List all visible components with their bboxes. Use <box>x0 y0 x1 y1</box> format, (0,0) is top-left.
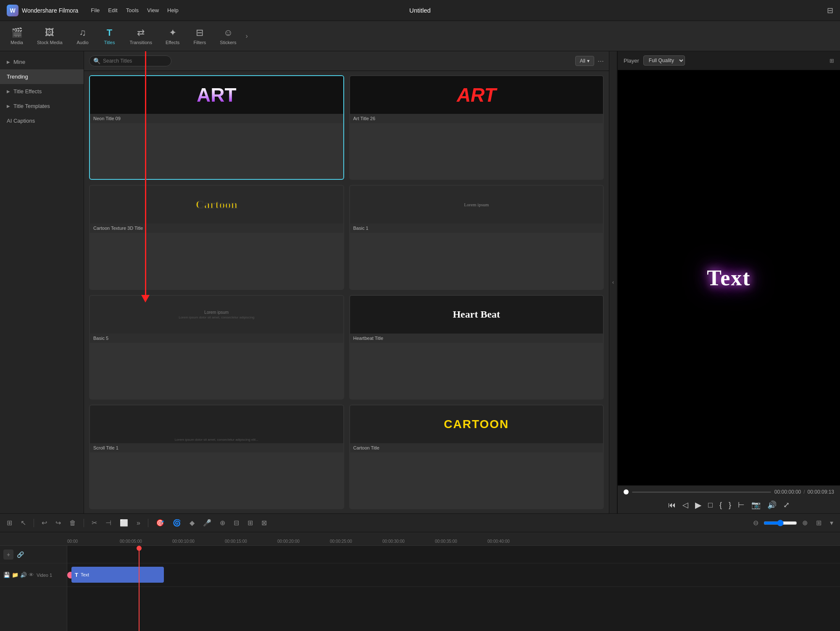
more-options-button[interactable]: ··· <box>598 57 604 66</box>
toolbar-filters[interactable]: ⊟ Filters <box>187 25 212 47</box>
link-tracks-button[interactable]: 🔗 <box>17 551 24 558</box>
tl-color-button[interactable]: 🌀 <box>170 517 184 528</box>
snapshot-button[interactable]: 📷 <box>751 500 761 510</box>
tl-sep-1 <box>34 519 34 527</box>
menu-help[interactable]: Help <box>167 7 179 13</box>
progress-handle[interactable] <box>624 489 629 494</box>
toolbar-stock-media[interactable]: 🖼 Stock Media <box>31 25 68 47</box>
title-templates-expand-icon: ▶ <box>7 104 10 108</box>
tl-fast-button[interactable]: » <box>134 518 143 528</box>
grid-item-basic-5[interactable]: Lorem ipsum Lorem ipsum dolor sit amet, … <box>89 295 344 400</box>
tl-caption-button[interactable]: ⊞ <box>245 517 255 528</box>
tl-delete-button[interactable]: 🗑 <box>67 518 79 528</box>
frame-back-button[interactable]: ◁ <box>682 500 688 510</box>
basic-5-preview: Lorem ipsum <box>204 310 229 315</box>
zoom-in-button[interactable]: ⊕ <box>800 517 810 528</box>
tl-speed-button[interactable]: 🎯 <box>153 517 167 528</box>
tl-redo-button[interactable]: ↪ <box>53 517 63 528</box>
zoom-slider[interactable] <box>764 520 797 526</box>
tl-snap-button[interactable]: ⊕ <box>217 517 228 528</box>
toolbar-more-chevron[interactable]: › <box>245 32 248 40</box>
toolbar-stickers[interactable]: ☺ Stickers <box>214 25 242 47</box>
controls-row: ⏮ ◁ ▶ □ { } ⊢ 📷 🔊 ⤢ <box>618 497 840 513</box>
toolbar-audio[interactable]: ♫ Audio <box>70 25 95 47</box>
sidebar-item-ai-captions[interactable]: AI Captions <box>0 113 84 128</box>
ruler-time-6: 00:00:30:00 <box>382 539 405 544</box>
tl-select-tool[interactable]: ⊞ <box>4 517 15 528</box>
ruler-marks: 00:00 00:00:05:00 00:00:10:00 00:00:15:0… <box>67 539 540 544</box>
timeline-toolbar: ⊞ ↖ ↩ ↪ 🗑 ✂ ⊣ ⬜ » 🎯 🌀 ◆ 🎤 ⊕ ⊟ ⊞ ⊠ ⊖ ⊕ <box>0 514 840 532</box>
menu-file[interactable]: File <box>91 7 100 13</box>
tl-cut-button[interactable]: ✂ <box>89 517 100 528</box>
mark-out-button[interactable]: } <box>729 501 731 510</box>
total-time: 00:00:09:13 <box>808 489 834 495</box>
toolbar-transitions[interactable]: ⇄ Transitions <box>124 25 158 47</box>
sidebar-item-title-templates[interactable]: ▶ Title Templates <box>0 99 84 113</box>
stop-button[interactable]: □ <box>708 501 713 510</box>
grid-item-art-title-26[interactable]: ART Art Title 26 <box>349 75 604 180</box>
zoom-out-button[interactable]: ⊖ <box>750 517 761 528</box>
heartbeat-preview: Heart Beat <box>453 309 500 320</box>
ruler-mark-6: 00:00:30:00 <box>382 539 435 544</box>
track-clip-text[interactable]: T Text <box>71 567 164 583</box>
grid-item-cartoon-texture[interactable]: Cartoon Cartoon Texture 3D Title <box>89 185 344 289</box>
volume-button[interactable]: 🔊 <box>767 500 777 510</box>
sidebar-item-title-effects[interactable]: ▶ Title Effects <box>0 84 84 99</box>
toolbar-titles[interactable]: T Titles <box>97 25 122 47</box>
toolbar-media[interactable]: 🎬 Media <box>4 25 29 47</box>
search-input[interactable] <box>89 55 171 66</box>
neon-title-thumb: ART <box>90 76 343 114</box>
tl-pointer-tool[interactable]: ↖ <box>18 517 29 528</box>
tl-more-button[interactable]: ▾ <box>827 517 836 528</box>
quality-select[interactable]: Full Quality 1/2 Quality 1/4 Quality <box>643 55 685 66</box>
minimize-icon[interactable]: ⊟ <box>827 6 833 15</box>
cartoon-yellow-preview: CARTOON <box>444 418 509 431</box>
tl-crop-button[interactable]: ⬜ <box>117 517 131 528</box>
menu-tools[interactable]: Tools <box>126 7 139 13</box>
track-folder-icon[interactable]: 📁 <box>12 572 18 578</box>
tl-keyframe-button[interactable]: ◆ <box>187 517 197 528</box>
sidebar-item-mine[interactable]: ▶ Mine <box>0 55 84 69</box>
tl-layout-button[interactable]: ⊞ <box>814 517 824 528</box>
neon-art-preview: ART <box>197 84 237 106</box>
play-button[interactable]: ▶ <box>695 500 701 510</box>
ruler-mark-7: 00:00:35:00 <box>435 539 487 544</box>
tl-trim-button[interactable]: ⊣ <box>103 517 114 528</box>
track-eye-icon[interactable]: 👁 <box>29 572 34 578</box>
split-button[interactable]: ⊢ <box>738 500 745 510</box>
tl-sep-3 <box>148 519 148 527</box>
filter-button[interactable]: All ▾ <box>575 56 594 66</box>
step-back-button[interactable]: ⏮ <box>668 501 676 510</box>
grid-item-basic-1[interactable]: Lorem ipsum Basic 1 <box>349 185 604 289</box>
time-display: 00:00:00:00 / 00:00:09:13 <box>774 489 834 495</box>
grid-item-scroll[interactable]: Lorem ipsum dolor sit amet, consectetur … <box>89 405 344 509</box>
track-save-icon[interactable]: 💾 <box>3 572 10 578</box>
player-expand-icon[interactable]: ⊞ <box>829 58 834 64</box>
collapse-icon: ‹ <box>612 279 614 285</box>
ruler-time-0: 00:00 <box>67 539 78 544</box>
sidebar-item-trending[interactable]: Trending <box>0 69 84 84</box>
tl-undo-button[interactable]: ↩ <box>39 517 50 528</box>
tl-multicam-button[interactable]: ⊠ <box>259 517 269 528</box>
playhead[interactable] <box>139 546 140 631</box>
top-right-controls: ⊟ <box>827 6 833 15</box>
menu-view[interactable]: View <box>147 7 159 13</box>
tl-mic-button[interactable]: 🎤 <box>200 517 214 528</box>
mine-expand-icon: ▶ <box>7 60 10 64</box>
grid-item-heartbeat[interactable]: Heart Beat Heartbeat Title <box>349 295 604 400</box>
grid-item-cartoon-yellow[interactable]: CARTOON Cartoon Title <box>349 405 604 509</box>
toolbar-effects[interactable]: ✦ Effects <box>160 25 185 47</box>
tl-magnet-button[interactable]: ⊟ <box>231 517 242 528</box>
add-track-button[interactable]: + <box>3 549 13 560</box>
menu-edit[interactable]: Edit <box>108 7 117 13</box>
timeline-tracks: + 🔗 💾 📁 🔊 👁 Video 1 <box>0 546 840 631</box>
art-title-label: Art Title 26 <box>350 114 603 123</box>
media-label: Media <box>11 40 23 45</box>
progress-track[interactable] <box>632 492 771 493</box>
fullscreen-button[interactable]: ⤢ <box>783 500 790 510</box>
track-headers: + 🔗 💾 📁 🔊 👁 Video 1 <box>0 546 67 631</box>
mark-in-button[interactable]: { <box>719 501 722 510</box>
track-audio-icon[interactable]: 🔊 <box>20 572 27 578</box>
sidebar-collapse-button[interactable]: ‹ <box>609 51 617 513</box>
grid-item-neon-title-09[interactable]: ART Neon Title 09 <box>89 75 344 180</box>
